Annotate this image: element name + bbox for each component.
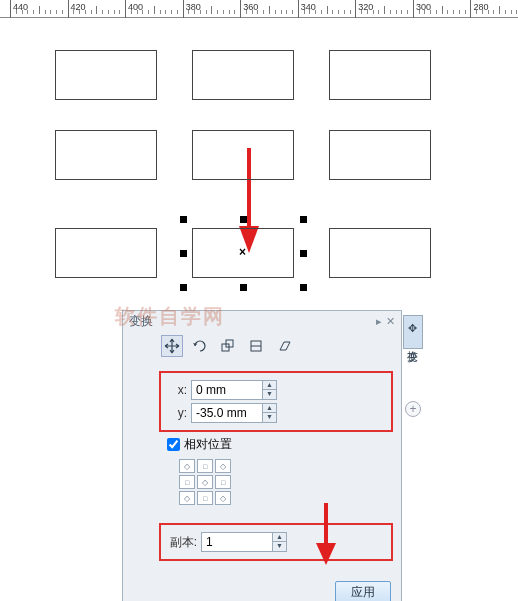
anchor-ml[interactable]: □ — [179, 475, 195, 489]
selection-handle[interactable] — [240, 216, 247, 223]
anchor-bl[interactable]: ◇ — [179, 491, 195, 505]
y-spin-down[interactable]: ▼ — [263, 413, 276, 422]
rectangle-shape[interactable] — [192, 50, 294, 100]
position-tool-button[interactable] — [161, 335, 183, 357]
transform-toolbar — [123, 331, 401, 365]
selection-handle[interactable] — [240, 284, 247, 291]
selection-handle[interactable] — [300, 216, 307, 223]
ruler-tick: 340 — [298, 0, 316, 18]
y-input[interactable] — [192, 406, 262, 420]
anchor-br[interactable]: ◇ — [215, 491, 231, 505]
svg-marker-8 — [316, 543, 336, 565]
rectangle-shape[interactable] — [55, 130, 157, 180]
selection-center-icon: × — [239, 245, 246, 259]
size-tool-button[interactable] — [245, 335, 267, 357]
rectangle-shape[interactable] — [192, 130, 294, 180]
relative-label: 相对位置 — [184, 436, 232, 453]
red-arrow-apply-icon — [309, 503, 343, 569]
copies-spin-down[interactable]: ▼ — [273, 542, 286, 551]
rotate-tool-button[interactable] — [189, 335, 211, 357]
docker-title: 变换 — [129, 313, 153, 330]
x-spin-up[interactable]: ▲ — [263, 381, 276, 390]
rectangle-shape[interactable] — [55, 228, 157, 278]
selection-handle[interactable] — [180, 216, 187, 223]
x-spin-down[interactable]: ▼ — [263, 390, 276, 399]
rectangle-shape[interactable] — [55, 50, 157, 100]
move-icon: ✥ — [407, 322, 420, 335]
transform-docker: 变换 ▸ ✕ ✥ 变换 + 软件自学网 x: ▲▼ y: — [122, 310, 402, 601]
y-label: y: — [167, 406, 187, 420]
apply-button[interactable]: 应用 — [335, 581, 391, 601]
x-label: x: — [167, 383, 187, 397]
anchor-tc[interactable]: □ — [197, 459, 213, 473]
side-tab-transform[interactable]: ✥ 变换 — [403, 315, 423, 349]
ruler-tick: 440 — [10, 0, 28, 18]
relative-checkbox[interactable] — [167, 438, 180, 451]
rectangle-shape[interactable] — [329, 50, 431, 100]
copies-highlight: 副本: ▲▼ — [159, 523, 393, 561]
x-input-group: ▲▼ — [191, 380, 277, 400]
xy-highlight: x: ▲▼ y: ▲▼ — [159, 371, 393, 432]
selection-handle[interactable] — [180, 250, 187, 257]
selection-handle[interactable] — [300, 250, 307, 257]
docker-close-icon[interactable]: ✕ — [386, 315, 395, 328]
rectangle-shape[interactable] — [329, 228, 431, 278]
ruler-tick: 400 — [125, 0, 143, 18]
anchor-tr[interactable]: ◇ — [215, 459, 231, 473]
copies-label: 副本: — [167, 534, 197, 551]
copies-input-group: ▲▼ — [201, 532, 287, 552]
ruler-tick: 380 — [183, 0, 201, 18]
anchor-bc[interactable]: □ — [197, 491, 213, 505]
anchor-grid: ◇ □ ◇ □ ◇ □ ◇ □ ◇ — [179, 459, 393, 505]
ruler-tick: 280 — [470, 0, 488, 18]
anchor-tl[interactable]: ◇ — [179, 459, 195, 473]
horizontal-ruler: 440420400380360340320300280 — [0, 0, 518, 18]
skew-tool-button[interactable] — [273, 335, 295, 357]
y-input-group: ▲▼ — [191, 403, 277, 423]
copies-spin-up[interactable]: ▲ — [273, 533, 286, 542]
anchor-mr[interactable]: □ — [215, 475, 231, 489]
copies-input[interactable] — [202, 535, 272, 549]
docker-options-icon[interactable]: ▸ — [376, 315, 382, 328]
ruler-tick: 300 — [413, 0, 431, 18]
ruler-tick: 420 — [68, 0, 86, 18]
rectangle-shape[interactable] — [329, 130, 431, 180]
scale-tool-button[interactable] — [217, 335, 239, 357]
ruler-tick: 320 — [355, 0, 373, 18]
anchor-mc[interactable]: ◇ — [197, 475, 213, 489]
selection-handle[interactable] — [300, 284, 307, 291]
y-spin-up[interactable]: ▲ — [263, 404, 276, 413]
selection-handle[interactable] — [180, 284, 187, 291]
ruler-tick: 360 — [240, 0, 258, 18]
add-tab-icon[interactable]: + — [405, 401, 421, 417]
x-input[interactable] — [192, 383, 262, 397]
